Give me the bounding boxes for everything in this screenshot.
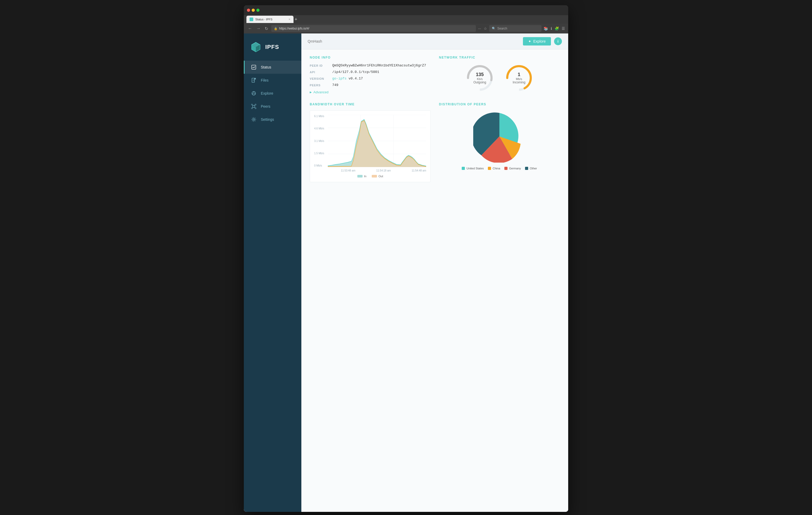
library-icon[interactable]: 📚 bbox=[544, 26, 548, 31]
minimize-button[interactable] bbox=[252, 9, 255, 12]
legend-other: Other bbox=[525, 167, 537, 170]
outgoing-value-container: 135 Kb/s Outgoing bbox=[473, 72, 486, 84]
peers-row: PEERS 749 bbox=[310, 83, 431, 87]
hash-input[interactable] bbox=[308, 39, 520, 43]
settings-icon bbox=[251, 117, 257, 122]
ipfs-logo-icon bbox=[250, 41, 262, 53]
nav-bar: ← → ↻ 🔒 https://webui.ipfs.io/#/ ··· ☆ 🔍… bbox=[244, 24, 568, 33]
incoming-gauge-container: 1 Mb/s Incoming bbox=[504, 63, 533, 92]
legend-us-label: United States bbox=[466, 167, 484, 170]
sidebar-item-files[interactable]: Files bbox=[244, 74, 301, 87]
shield-icon[interactable]: ℹ bbox=[551, 26, 552, 31]
search-placeholder: Search bbox=[497, 27, 507, 30]
search-icon: 🔍 bbox=[492, 27, 496, 30]
tab-favicon bbox=[250, 18, 253, 21]
explore-button[interactable]: ✦ Explore bbox=[523, 37, 551, 46]
peer-id-row: PEER ID QmSQ5kRyywBZwH6nr1FEhiRKn1bdYE1X… bbox=[310, 63, 431, 67]
legend-out-dot bbox=[372, 175, 377, 178]
sidebar-item-peers[interactable]: Peers bbox=[244, 100, 301, 113]
network-traffic-section: NETWORK TRAFFIC bbox=[439, 56, 560, 94]
sidebar-item-peers-label: Peers bbox=[261, 104, 270, 109]
bookmark-icon[interactable]: ☆ bbox=[484, 26, 487, 31]
main-content: ✦ Explore i NODE INFO PEER ID QmSQ5kRyyw… bbox=[301, 33, 568, 512]
advanced-toggle[interactable]: ▶ Advanced bbox=[310, 90, 431, 94]
sidebar: IPFS Status bbox=[244, 33, 301, 512]
legend-in-dot bbox=[357, 175, 362, 178]
content-body: NODE INFO PEER ID QmSQ5kRyywBZwH6nr1FEhi… bbox=[301, 50, 568, 188]
node-info-section: NODE INFO PEER ID QmSQ5kRyywBZwH6nr1FEhi… bbox=[310, 56, 431, 94]
pie-chart bbox=[473, 110, 526, 162]
y-label-4: 4.6 Mb/s bbox=[314, 127, 326, 130]
svg-rect-0 bbox=[250, 18, 253, 21]
logo-text: IPFS bbox=[265, 44, 279, 51]
sidebar-item-status[interactable]: Status bbox=[244, 61, 301, 74]
sidebar-item-explore-label: Explore bbox=[261, 91, 273, 95]
peers-label: PEERS bbox=[310, 83, 328, 87]
forward-button[interactable]: → bbox=[255, 25, 262, 32]
nav-search-bar[interactable]: 🔍 Search bbox=[489, 25, 542, 32]
new-tab-button[interactable]: + bbox=[295, 17, 297, 22]
incoming-value-container: 1 Mb/s Incoming bbox=[513, 72, 526, 84]
more-options-icon[interactable]: ··· bbox=[478, 26, 481, 31]
peers-distribution-title: DISTRIBUTION OF PEERS bbox=[439, 102, 560, 106]
legend-germany-dot bbox=[504, 167, 508, 170]
url-text: https://webui.ipfs.io/#/ bbox=[279, 27, 309, 30]
explore-button-label: Explore bbox=[533, 39, 546, 43]
x-axis-labels: 11:53:48 am 11:54:18 am 11:54:48 am bbox=[341, 169, 426, 172]
legend-other-label: Other bbox=[530, 167, 537, 170]
version-number: v0.4.17 bbox=[348, 77, 363, 81]
legend-china-label: China bbox=[493, 167, 500, 170]
url-bar[interactable]: 🔒 https://webui.ipfs.io/#/ bbox=[271, 25, 476, 32]
x-label-1: 11:53:48 am bbox=[341, 169, 355, 172]
tab-close-button[interactable]: × bbox=[289, 18, 290, 21]
bandwidth-section: BANDWIDTH OVER TIME 6.1 Mb/s 4.6 Mb/s 3.… bbox=[310, 102, 431, 182]
go-ipfs-link[interactable]: go-ipfs bbox=[332, 77, 347, 81]
advanced-label: Advanced bbox=[313, 90, 328, 94]
status-icon bbox=[251, 64, 257, 70]
peers-value: 749 bbox=[332, 83, 338, 87]
maximize-button[interactable] bbox=[256, 9, 260, 12]
pie-container: United States China Germany bbox=[439, 110, 560, 170]
node-info-table: PEER ID QmSQ5kRyywBZwH6nr1FEhiRKn1bdYE1X… bbox=[310, 63, 431, 87]
explore-icon bbox=[251, 90, 257, 96]
close-button[interactable] bbox=[247, 9, 250, 12]
traffic-lights bbox=[247, 9, 260, 12]
incoming-unit: Mb/s bbox=[513, 78, 526, 81]
tab-bar: Status - IPFS × + bbox=[244, 15, 568, 24]
addon-icon[interactable]: 🧩 bbox=[555, 26, 559, 31]
api-value: /ip4/127.0.0.1/tcp/5001 bbox=[332, 70, 379, 74]
menu-icon[interactable]: ☰ bbox=[562, 26, 565, 31]
x-label-2: 11:54:18 am bbox=[376, 169, 391, 172]
header-bar: ✦ Explore i bbox=[301, 33, 568, 50]
legend-china-dot bbox=[488, 167, 491, 170]
legend-us: United States bbox=[462, 167, 484, 170]
y-label-3: 3.1 Mb/s bbox=[314, 140, 326, 143]
svg-rect-6 bbox=[252, 78, 255, 82]
back-button[interactable]: ← bbox=[247, 25, 253, 32]
legend-us-dot bbox=[462, 167, 465, 170]
legend-out-label: Out bbox=[379, 175, 383, 178]
outgoing-gauge: 135 Kb/s Outgoing bbox=[465, 63, 494, 92]
outgoing-unit: Kb/s bbox=[473, 78, 486, 81]
api-row: API /ip4/127.0.0.1/tcp/5001 bbox=[310, 70, 431, 74]
sidebar-item-settings[interactable]: Settings bbox=[244, 113, 301, 126]
y-axis-labels: 6.1 Mb/s 4.6 Mb/s 3.1 Mb/s 1.5 Mb/s 0 Mb… bbox=[314, 115, 326, 167]
peers-distribution-section: DISTRIBUTION OF PEERS bbox=[439, 102, 560, 182]
svg-rect-17 bbox=[253, 105, 255, 108]
legend-in-label: In bbox=[364, 175, 367, 178]
info-button[interactable]: i bbox=[554, 37, 562, 45]
sidebar-item-files-label: Files bbox=[261, 78, 269, 82]
legend-china: China bbox=[488, 167, 500, 170]
legend-germany: Germany bbox=[504, 167, 521, 170]
refresh-button[interactable]: ↻ bbox=[264, 25, 269, 32]
sidebar-item-explore[interactable]: Explore bbox=[244, 87, 301, 100]
legend-out: Out bbox=[372, 175, 383, 178]
outgoing-gauge-container: 135 Kb/s Outgoing bbox=[465, 63, 494, 92]
svg-rect-21 bbox=[255, 108, 256, 109]
x-label-3: 11:54:48 am bbox=[411, 169, 426, 172]
gauges-container: 135 Kb/s Outgoing bbox=[439, 63, 560, 92]
sidebar-item-status-label: Status bbox=[261, 65, 271, 69]
incoming-number: 1 bbox=[513, 72, 526, 78]
peer-id-value: QmSQ5kRyywBZwH6nr1FEhiRKn1bdYE1Xhacsutw3… bbox=[332, 63, 426, 67]
active-tab[interactable]: Status - IPFS × bbox=[246, 16, 293, 23]
